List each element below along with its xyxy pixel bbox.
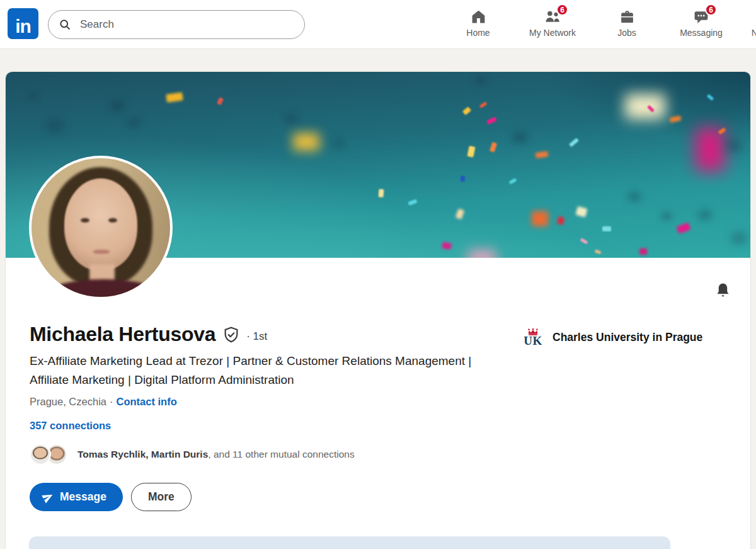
search-input[interactable] — [80, 18, 295, 31]
nav-messaging[interactable]: 6 Messaging — [664, 0, 738, 49]
contact-info-link[interactable]: Contact info — [117, 396, 177, 407]
confetti-piece — [110, 101, 124, 110]
profile-location: Prague, Czechia — [30, 396, 106, 407]
bell-icon — [714, 282, 731, 299]
confetti-piece — [569, 138, 579, 147]
confetti-piece — [733, 234, 745, 243]
nav-notifications[interactable]: Notifications — [738, 0, 756, 49]
profile-card: Michaela Hertusova · 1st Ex-Affiliate Ma… — [5, 71, 751, 549]
charles-university-logo: UK — [522, 327, 544, 348]
nav-jobs-label: Jobs — [617, 28, 636, 38]
mutual-avatars — [30, 444, 69, 465]
uk-logo-text: UK — [524, 335, 542, 347]
confetti-piece — [639, 248, 647, 255]
confetti-piece — [489, 142, 496, 153]
confetti-piece — [625, 94, 665, 119]
connections-link[interactable]: 357 connections — [30, 420, 111, 431]
confetti-piece — [699, 211, 711, 219]
confetti-piece — [378, 189, 384, 198]
nav-my-network-label: My Network — [529, 28, 576, 38]
confetti-piece — [629, 193, 640, 200]
confetti-piece — [334, 141, 344, 147]
confetti-piece — [532, 211, 548, 226]
confetti-piece — [455, 209, 465, 220]
profile-name[interactable]: Michaela Hertusova — [30, 323, 215, 346]
nav-messaging-label: Messaging — [680, 28, 723, 38]
education-row[interactable]: UK Charles University in Prague — [522, 327, 702, 348]
profile-photo-image — [32, 158, 170, 297]
search-icon — [59, 18, 71, 31]
confetti-piece — [575, 207, 587, 218]
confetti-piece — [509, 178, 517, 184]
confetti-piece — [535, 151, 548, 158]
confetti-piece — [467, 146, 475, 158]
confetti-piece — [726, 141, 741, 151]
send-icon — [40, 489, 57, 506]
location-row: Prague, Czechia·Contact info — [30, 396, 177, 408]
connection-degree: · 1st — [246, 327, 267, 343]
notification-bell-button[interactable] — [710, 277, 735, 303]
home-icon — [471, 9, 486, 25]
mutual-avatar-1 — [30, 444, 51, 465]
message-button[interactable]: Message — [30, 483, 123, 511]
confetti-piece — [461, 176, 465, 182]
nav-jobs[interactable]: Jobs — [590, 0, 664, 49]
profile-headline: Ex-Affiliate Marketing Lead at Trezor | … — [30, 352, 501, 390]
confetti-piece — [513, 133, 527, 142]
confetti-piece — [669, 115, 681, 123]
confetti-piece — [285, 115, 297, 122]
confetti-piece — [166, 92, 183, 102]
nav-home[interactable]: Home — [441, 0, 515, 49]
confetti-piece — [468, 250, 496, 258]
more-button[interactable]: More — [131, 483, 192, 511]
confetti-piece — [462, 107, 471, 115]
messaging-badge: 6 — [705, 4, 717, 16]
confetti-piece — [129, 118, 140, 126]
confetti-piece — [217, 97, 224, 105]
confetti-piece — [442, 242, 452, 250]
nav-home-label: Home — [466, 28, 490, 38]
confetti-piece — [676, 222, 690, 234]
my-network-badge: 6 — [556, 4, 568, 16]
confetti-piece — [580, 238, 588, 244]
confetti-piece — [28, 94, 37, 100]
info-section-box — [29, 536, 670, 549]
confetti-piece — [47, 120, 63, 130]
profile-photo[interactable] — [29, 156, 173, 299]
jobs-icon — [619, 9, 635, 25]
verified-shield-icon[interactable] — [222, 326, 240, 344]
search-box[interactable] — [48, 10, 305, 39]
nav-items: Home 6 My Network Jobs — [441, 0, 756, 49]
confetti-piece — [486, 117, 497, 125]
confetti-piece — [662, 213, 671, 219]
confetti-piece — [595, 250, 602, 255]
profile-actions: Message More — [30, 483, 192, 511]
confetti-piece — [476, 78, 486, 84]
nav-notifications-label: Notifications — [752, 28, 756, 38]
confetti-piece — [293, 133, 319, 151]
name-row: Michaela Hertusova · 1st — [30, 323, 267, 346]
education-name: Charles University in Prague — [553, 331, 702, 344]
confetti-piece — [707, 94, 714, 101]
confetti-piece — [557, 216, 564, 225]
mutual-connections-text: Tomas Rychlik, Martin Duris, and 11 othe… — [77, 449, 355, 460]
mutual-connections-row[interactable]: Tomas Rychlik, Martin Duris, and 11 othe… — [30, 444, 355, 465]
confetti-piece — [479, 101, 487, 108]
top-navigation: in Home 6 My — [0, 0, 756, 49]
confetti-piece — [602, 226, 611, 231]
nav-my-network[interactable]: 6 My Network — [515, 0, 590, 49]
linkedin-logo[interactable]: in — [8, 8, 38, 39]
confetti-piece — [408, 199, 418, 205]
